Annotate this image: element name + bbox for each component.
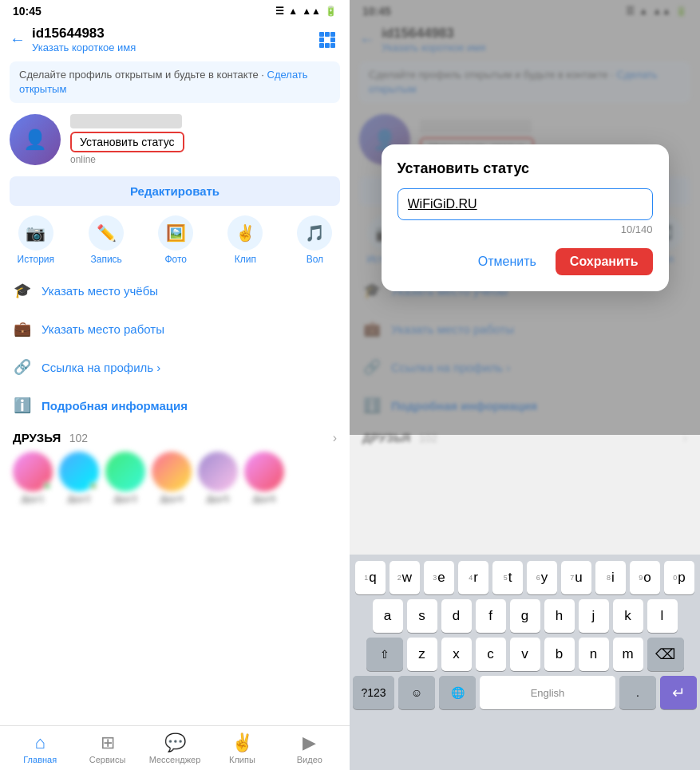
- kb-key-r[interactable]: 4r: [458, 561, 488, 594]
- left-qr-button[interactable]: [314, 27, 340, 53]
- left-bottom-nav: ⌂ Главная ⊞ Сервисы 💬 Мессенджер ✌ Клипы…: [0, 725, 350, 770]
- kb-key-q[interactable]: 1q: [355, 561, 386, 594]
- quick-action-more[interactable]: 🎵 Вол: [297, 215, 332, 265]
- nav-label-video: Видео: [297, 755, 322, 764]
- kb-key-emoji[interactable]: ☺: [398, 676, 435, 709]
- left-back-button[interactable]: ←: [10, 30, 26, 49]
- left-quick-actions: 📷 История ✏️ Запись 🖼️ Фото ✌️ Клип 🎵 Во…: [0, 209, 350, 271]
- nav-label-clips: Клипы: [229, 755, 255, 764]
- kb-key-dot[interactable]: .: [619, 676, 656, 709]
- nfc-icon: ☰: [275, 6, 284, 17]
- menu-item-study[interactable]: 🎓 Указать место учёбы: [0, 271, 350, 310]
- kb-key-o[interactable]: 9o: [630, 561, 660, 594]
- kb-key-g[interactable]: g: [510, 599, 540, 633]
- kb-key-shift[interactable]: ⇧: [366, 638, 403, 671]
- friend-online-dot: [43, 482, 51, 490]
- kb-key-u[interactable]: 7u: [561, 561, 591, 594]
- link-icon: 🔗: [13, 357, 32, 377]
- left-status-icons: ☰ ▲ ▲▲ 🔋: [275, 6, 337, 17]
- friends-count: 102: [69, 432, 88, 444]
- kb-key-delete[interactable]: ⌫: [647, 638, 684, 671]
- menu-item-info[interactable]: ℹ️ Подробная информация: [0, 386, 350, 424]
- friend-item: Друг3: [105, 452, 145, 503]
- num-0: 0: [673, 574, 677, 582]
- kb-key-j[interactable]: j: [579, 599, 609, 633]
- friend-name: Друг6: [244, 494, 284, 503]
- menu-item-study-label: Указать место учёбы: [42, 284, 158, 298]
- wifi-icon: ▲: [288, 6, 298, 17]
- kb-key-z[interactable]: z: [407, 638, 437, 671]
- friend-item: Друг1: [13, 452, 53, 503]
- kb-key-space[interactable]: English: [480, 676, 615, 709]
- kb-key-i[interactable]: 8i: [595, 561, 626, 594]
- friends-title-group: ДРУЗЬЯ 102: [13, 431, 88, 445]
- left-header-subtitle[interactable]: Указать короткое имя: [32, 41, 308, 53]
- nav-item-video[interactable]: ▶ Видео: [276, 732, 343, 764]
- kb-row-letters-3: ⇧ z x c v b n m ⌫: [353, 638, 697, 671]
- kb-key-globe[interactable]: 🌐: [439, 676, 476, 709]
- kb-key-e[interactable]: 3e: [424, 561, 454, 594]
- left-top-bar: ← id15644983 Указать короткое имя: [0, 22, 350, 58]
- left-set-status-button[interactable]: Установить статус: [70, 132, 184, 152]
- status-input[interactable]: [408, 197, 643, 211]
- kb-key-k[interactable]: k: [613, 599, 643, 633]
- friend-avatar: [198, 452, 238, 492]
- kb-key-t[interactable]: 5t: [492, 561, 523, 594]
- kb-key-h[interactable]: h: [544, 599, 575, 633]
- kb-key-p[interactable]: 0p: [664, 561, 694, 594]
- kb-key-numbers[interactable]: ?123: [353, 676, 394, 709]
- friend-avatar: [59, 452, 99, 492]
- kb-key-b[interactable]: b: [544, 638, 575, 671]
- friend-name: Друг4: [152, 494, 192, 503]
- quick-action-history[interactable]: 📷 История: [18, 215, 55, 265]
- friend-avatar: [13, 452, 53, 492]
- num-1: 1: [364, 574, 368, 582]
- quick-action-record[interactable]: ✏️ Запись: [89, 215, 124, 265]
- qr-cell: [325, 43, 330, 48]
- nav-label-services: Сервисы: [89, 755, 126, 764]
- kb-key-enter[interactable]: ↵: [660, 676, 697, 709]
- dialog-input-wrap[interactable]: [397, 188, 653, 220]
- left-user-id: id15644983: [32, 26, 308, 41]
- work-icon: 💼: [13, 319, 32, 338]
- kb-key-c[interactable]: c: [476, 638, 506, 671]
- kb-key-l[interactable]: l: [647, 599, 678, 633]
- kb-key-n[interactable]: n: [579, 638, 609, 671]
- kb-row-letters-1: 1q 2w 3e 4r 5t 6y 7u 8i 9o 0p: [353, 561, 697, 594]
- menu-item-link-label: Ссылка на профиль ›: [42, 361, 160, 374]
- nav-item-services[interactable]: ⊞ Сервисы: [73, 732, 140, 764]
- kb-key-y[interactable]: 6y: [527, 561, 557, 594]
- kb-key-a[interactable]: a: [373, 599, 403, 633]
- kb-row-special: ?123 ☺ 🌐 English . ↵: [353, 676, 697, 709]
- kb-key-v[interactable]: v: [510, 638, 540, 671]
- quick-action-clip[interactable]: ✌️ Клип: [227, 215, 263, 265]
- num-9: 9: [639, 574, 643, 582]
- kb-key-d[interactable]: d: [441, 599, 472, 633]
- kb-key-m[interactable]: m: [613, 638, 643, 671]
- nav-item-clips[interactable]: ✌ Клипы: [208, 732, 275, 764]
- video-icon: ▶: [303, 732, 316, 753]
- study-icon: 🎓: [13, 281, 32, 300]
- dialog-save-button[interactable]: Сохранить: [556, 248, 653, 275]
- friend-avatar: [105, 452, 145, 492]
- menu-item-work[interactable]: 💼 Указать место работы: [0, 310, 350, 348]
- quick-action-photo[interactable]: 🖼️ Фото: [158, 215, 193, 265]
- more-icon: 🎵: [297, 215, 332, 251]
- photo-icon: 🖼️: [158, 215, 193, 251]
- kb-key-f[interactable]: f: [476, 599, 506, 633]
- nav-item-home[interactable]: ⌂ Главная: [6, 732, 73, 764]
- dialog-actions: Отменить Сохранить: [397, 245, 653, 275]
- menu-item-link[interactable]: 🔗 Ссылка на профиль ›: [0, 348, 350, 386]
- kb-key-w[interactable]: 2w: [390, 561, 420, 594]
- kb-key-s[interactable]: s: [407, 599, 437, 633]
- battery-icon: 🔋: [325, 6, 337, 17]
- num-8: 8: [607, 574, 611, 582]
- left-edit-button[interactable]: Редактировать: [10, 176, 340, 206]
- kb-key-x[interactable]: x: [441, 638, 472, 671]
- keyboard: 1q 2w 3e 4r 5t 6y 7u 8i 9o 0p a s d f g …: [350, 555, 700, 770]
- friends-arrow-icon[interactable]: ›: [333, 431, 337, 445]
- nav-item-messenger[interactable]: 💬 Мессенджер: [141, 732, 208, 764]
- services-icon: ⊞: [101, 732, 115, 753]
- quick-action-label: Запись: [90, 254, 121, 265]
- dialog-cancel-button[interactable]: Отменить: [472, 248, 543, 275]
